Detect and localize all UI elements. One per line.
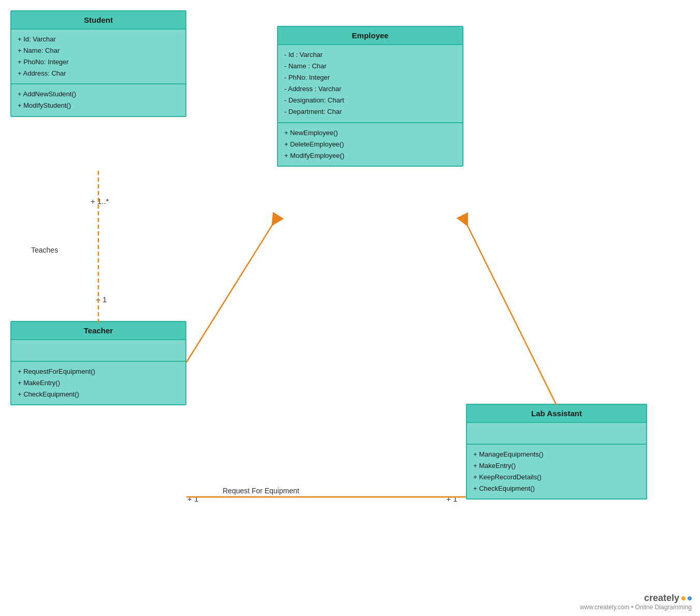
- employee-attributes: - Id : Varchar - Name : Char - PhNo: Int…: [278, 45, 462, 123]
- student-attr-3: + PhoNo: Integer: [18, 56, 179, 68]
- watermark: creately www.creately.com • Online Diagr…: [580, 593, 692, 611]
- employee-method-1: + NewEmployee(): [284, 127, 456, 139]
- employee-method-2: + DeleteEmployee(): [284, 139, 456, 150]
- lab-assistant-class: Lab Assistant + ManageEquipments() + Mak…: [466, 404, 647, 500]
- teacher-method-1: + RequestForEquipment(): [18, 366, 179, 377]
- employee-attr-2: - Name : Char: [284, 61, 456, 72]
- employee-attr-3: - PhNo: Integer: [284, 72, 456, 83]
- request-for-equipment-label: Request For Equipment: [223, 487, 299, 495]
- teacher-method-3: + CheckEquipment(): [18, 389, 179, 400]
- lab-assistant-method-4: + CheckEquipment(): [473, 483, 640, 494]
- student-attr-1: + Id: Varchar: [18, 34, 179, 45]
- student-teacher-bottom-label: + 1: [96, 295, 107, 304]
- employee-methods: + NewEmployee() + DeleteEmployee() + Mod…: [278, 123, 462, 166]
- student-teacher-top-label: + 1..*: [91, 197, 109, 206]
- creately-dot-blue: [688, 596, 692, 600]
- teaches-label: Teaches: [31, 246, 58, 254]
- lab-assistant-method-2: + MakeEntry(): [473, 460, 640, 472]
- teacher-lab-left-label: + 1: [187, 494, 198, 503]
- employee-attr-4: - Address : Varchar: [284, 83, 456, 95]
- student-method-1: + AddNewStudent(): [18, 89, 179, 100]
- watermark-line1: www.creately.com • Online Diagramming: [580, 604, 692, 611]
- employee-attr-6: - Department: Char: [284, 106, 456, 118]
- teacher-attributes-empty: [11, 340, 185, 362]
- teacher-class: Teacher + RequestForEquipment() + MakeEn…: [10, 321, 186, 405]
- lab-assistant-method-3: + KeepRecordDetails(): [473, 472, 640, 483]
- student-methods: + AddNewStudent() + ModifyStudent(): [11, 84, 185, 115]
- student-method-2: + ModifyStudent(): [18, 100, 179, 111]
- teacher-title: Teacher: [11, 322, 185, 340]
- teacher-lab-right-label: + 1: [446, 494, 457, 503]
- student-title: Student: [11, 11, 185, 30]
- student-attributes: + Id: Varchar + Name: Char + PhoNo: Inte…: [11, 30, 185, 84]
- creately-dot-orange: [681, 596, 686, 600]
- employee-title: Employee: [278, 27, 462, 45]
- student-attr-4: + Address: Char: [18, 68, 179, 79]
- lab-assistant-method-1: + ManageEquipments(): [473, 449, 640, 460]
- employee-method-3: + ModifyEmployee(): [284, 150, 456, 162]
- lab-assistant-methods: + ManageEquipments() + MakeEntry() + Kee…: [467, 445, 646, 498]
- teacher-methods: + RequestForEquipment() + MakeEntry() + …: [11, 362, 185, 404]
- teacher-employee-arrow: [186, 217, 277, 362]
- employee-class: Employee - Id : Varchar - Name : Char - …: [277, 26, 463, 167]
- lab-employee-arrow: [463, 217, 557, 405]
- creately-brand: creately: [644, 593, 679, 604]
- teacher-method-2: + MakeEntry(): [18, 377, 179, 389]
- lab-assistant-attributes-empty: [467, 423, 646, 445]
- student-attr-2: + Name: Char: [18, 45, 179, 56]
- lab-assistant-title: Lab Assistant: [467, 405, 646, 423]
- employee-attr-5: - Designation: Chart: [284, 95, 456, 106]
- employee-attr-1: - Id : Varchar: [284, 49, 456, 61]
- student-class: Student + Id: Varchar + Name: Char + Pho…: [10, 10, 186, 117]
